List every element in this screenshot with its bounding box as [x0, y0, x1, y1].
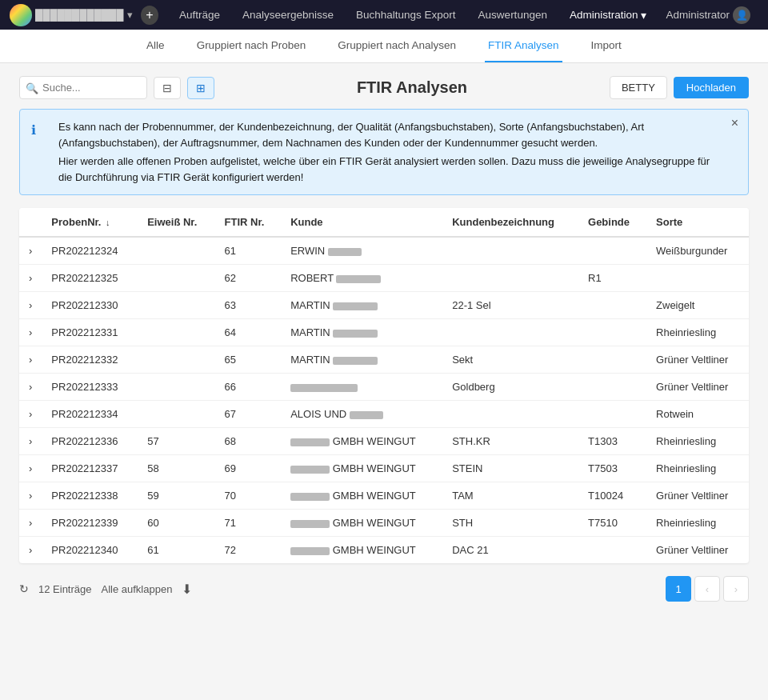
col-gebinde[interactable]: Gebinde — [578, 208, 646, 237]
row-expand-cell[interactable]: › — [19, 237, 42, 265]
betty-button[interactable]: BETTY — [610, 76, 667, 99]
table-row: ›PR2022123375869 GMBH WEINGUTSTEINT7503R… — [19, 455, 749, 482]
prev-page-button[interactable]: ‹ — [694, 576, 720, 602]
row-expand-cell[interactable]: › — [19, 319, 42, 346]
cell-proben-nr: PR202212338 — [42, 482, 138, 510]
tab-gruppiert-proben[interactable]: Gruppiert nach Proben — [194, 30, 310, 62]
table-row: ›PR20221233063MARTIN 22-1 SelZweigelt — [19, 292, 749, 319]
cell-sorte: Rheinriesling — [646, 428, 749, 455]
cell-proben-nr: PR202212339 — [42, 510, 138, 537]
tab-import[interactable]: Import — [588, 30, 625, 62]
expand-all-button[interactable]: Alle aufklappen — [102, 583, 173, 595]
table-row: ›PR2022123396071 GMBH WEINGUTSTHT7510Rhe… — [19, 510, 749, 537]
tab-alle[interactable]: Alle — [143, 30, 168, 62]
cell-eiweiss-nr — [138, 401, 214, 428]
table-row: ›PR20221233265MARTIN SektGrüner Veltline… — [19, 346, 749, 374]
nav-link-auswertungen[interactable]: Auswertungen — [467, 0, 558, 30]
data-table: ProbenNr. ↓ Eiweiß Nr. FTIR Nr. Kunde Ku… — [19, 208, 749, 563]
cell-sorte: Rheinriesling — [646, 319, 749, 346]
nav-link-auftraege[interactable]: Aufträge — [168, 0, 231, 30]
cell-gebinde: T10024 — [578, 482, 646, 510]
cell-eiweiss-nr — [138, 374, 214, 401]
cell-gebinde: T1303 — [578, 428, 646, 455]
row-expand-cell[interactable]: › — [19, 537, 42, 564]
cell-sorte: Rotwein — [646, 401, 749, 428]
upload-button[interactable]: Hochladen — [674, 77, 749, 98]
next-page-button[interactable]: › — [723, 576, 749, 602]
filter-button[interactable]: ⊟ — [154, 77, 181, 99]
download-icon[interactable]: ⬇ — [182, 582, 192, 597]
cell-gebinde — [578, 346, 646, 374]
cell-bezeichnung — [442, 265, 578, 292]
cell-gebinde — [578, 537, 646, 564]
cell-ftir-nr: 67 — [215, 401, 282, 428]
cell-proben-nr: PR202212333 — [42, 374, 138, 401]
cell-bezeichnung: Goldberg — [442, 374, 578, 401]
info-close-button[interactable]: × — [731, 116, 738, 130]
row-expand-cell[interactable]: › — [19, 346, 42, 374]
row-expand-cell[interactable]: › — [19, 510, 42, 537]
page-1-button[interactable]: 1 — [666, 576, 691, 602]
view-toggle-button[interactable]: ⊞ — [187, 77, 214, 99]
cell-ftir-nr: 72 — [215, 537, 282, 564]
cell-proben-nr: PR202212340 — [42, 537, 138, 564]
add-button[interactable]: + — [141, 6, 158, 25]
col-sorte[interactable]: Sorte — [646, 208, 749, 237]
cell-kunde: MARTIN — [281, 346, 442, 374]
cell-eiweiss-nr: 57 — [138, 428, 214, 455]
nav-link-buchhaltung[interactable]: Buchhaltungs Export — [345, 0, 467, 30]
cell-kunde: ERWIN — [281, 237, 442, 265]
col-kundenbezeichnung[interactable]: Kundenbezeichnung — [442, 208, 578, 237]
logo-icon[interactable] — [10, 4, 32, 26]
row-expand-cell[interactable]: › — [19, 455, 42, 482]
cell-proben-nr: PR202212332 — [42, 346, 138, 374]
row-expand-cell[interactable]: › — [19, 428, 42, 455]
sort-icon: ↓ — [106, 218, 110, 227]
cell-eiweiss-nr — [138, 237, 214, 265]
cell-proben-nr: PR202212336 — [42, 428, 138, 455]
cell-eiweiss-nr — [138, 265, 214, 292]
col-ftir-nr[interactable]: FTIR Nr. — [215, 208, 282, 237]
row-expand-cell[interactable]: › — [19, 401, 42, 428]
row-expand-cell[interactable]: › — [19, 292, 42, 319]
refresh-icon[interactable]: ↻ — [19, 582, 29, 595]
tab-ftir-analysen[interactable]: FTIR Analysen — [485, 30, 562, 62]
col-kunde[interactable]: Kunde — [281, 208, 442, 237]
user-label: Administrator — [666, 9, 730, 21]
col-eiweiss-nr[interactable]: Eiweiß Nr. — [138, 208, 214, 237]
cell-ftir-nr: 69 — [215, 455, 282, 482]
expand-header — [19, 208, 42, 237]
pagination: 1 ‹ › — [666, 576, 749, 602]
table-row: ›PR20221233366GoldbergGrüner Veltliner — [19, 374, 749, 401]
nav-link-analyseergebnisse[interactable]: Analyseergebnisse — [231, 0, 345, 30]
cell-gebinde — [578, 319, 646, 346]
cell-bezeichnung: TAM — [442, 482, 578, 510]
cell-kunde: GMBH WEINGUT — [281, 428, 442, 455]
administration-menu[interactable]: Administration ▾ — [562, 0, 655, 30]
info-text-1: Es kann nach der Probennummer, der Kunde… — [58, 119, 719, 150]
row-expand-cell[interactable]: › — [19, 265, 42, 292]
user-menu[interactable]: Administrator 👤 — [658, 0, 758, 30]
cell-eiweiss-nr — [138, 319, 214, 346]
sub-nav: Alle Gruppiert nach Proben Gruppiert nac… — [0, 30, 768, 63]
tab-gruppiert-analysen[interactable]: Gruppiert nach Analysen — [334, 30, 459, 62]
row-expand-cell[interactable]: › — [19, 482, 42, 510]
cell-gebinde: R1 — [578, 265, 646, 292]
brand-text: ████████████ — [35, 9, 124, 21]
col-proben-nr[interactable]: ProbenNr. ↓ — [42, 208, 138, 237]
chevron-down-icon: ▾ — [641, 9, 646, 22]
info-icon: ℹ — [31, 121, 36, 140]
cell-gebinde — [578, 292, 646, 319]
cell-sorte: Rheinriesling — [646, 510, 749, 537]
cell-ftir-nr: 62 — [215, 265, 282, 292]
main-content: 🔍 ⊟ ⊞ FTIR Analysen BETTY Hochladen ℹ × … — [0, 63, 768, 618]
search-input[interactable] — [19, 76, 147, 99]
row-expand-cell[interactable]: › — [19, 374, 42, 401]
cell-eiweiss-nr: 58 — [138, 455, 214, 482]
info-box: ℹ × Es kann nach der Probennummer, der K… — [19, 109, 749, 195]
nav-brand[interactable]: ████████████ ▾ — [35, 9, 131, 21]
cell-kunde: MARTIN — [281, 292, 442, 319]
top-nav: ████████████ ▾ + Aufträge Analyseergebni… — [0, 0, 768, 30]
cell-ftir-nr: 63 — [215, 292, 282, 319]
cell-gebinde — [578, 374, 646, 401]
